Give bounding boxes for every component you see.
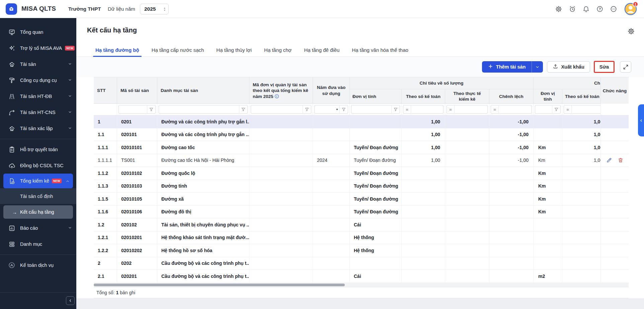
filter-box <box>118 105 156 114</box>
table-row[interactable]: 1.1.202010102Đường quốc lộTuyến/ Đoạn đư… <box>94 167 629 180</box>
notifications-bell-icon[interactable] <box>582 5 590 13</box>
user-avatar[interactable]: 1 <box>625 3 637 15</box>
more-options-icon[interactable] <box>610 5 618 13</box>
sidebar-collapse-button[interactable] <box>66 296 75 305</box>
sidebar-item[interactable]: Tài sản HT-CNS <box>0 104 76 120</box>
filter-input-book2[interactable] <box>572 105 604 113</box>
cell-unit_code <box>249 206 313 218</box>
table-row[interactable]: 1.2.202010202Hệ thống hồ sơ số hóaHệ thố… <box>94 244 629 257</box>
cell-year: 2024 <box>313 154 350 167</box>
cell-name: Đường tỉnh <box>157 180 249 193</box>
add-asset-dropdown-button[interactable] <box>532 61 543 73</box>
year-spinner-icon[interactable]: ▲▼ <box>164 7 166 11</box>
column-header[interactable]: STT <box>94 77 117 104</box>
table-row[interactable]: 20202Cầu đường bộ và các công trình phụ … <box>94 257 629 270</box>
table-row[interactable]: 1.2.102010201Hệ thống khảo sát tình trạn… <box>94 231 629 244</box>
tab-inactive[interactable]: Hạ tầng chợ <box>264 43 292 57</box>
sidebar-item[interactable]: Trợ lý số MISA AVANEW <box>0 40 76 56</box>
sidebar-item[interactable]: Tài sản HT-ĐB <box>0 88 76 104</box>
filter-funnel-icon[interactable] <box>147 107 155 112</box>
column-header[interactable]: Đơn vị tính <box>534 89 562 104</box>
filter-input-actual1[interactable] <box>455 105 487 113</box>
column-header[interactable]: Mã số tài sản <box>117 77 157 104</box>
filter-input-name[interactable] <box>159 105 239 113</box>
misa-qlts-logo-icon[interactable] <box>6 3 17 15</box>
equals-operator[interactable]: = <box>491 107 498 112</box>
sidebar-item-label: Công cụ dụng cụ <box>20 78 57 83</box>
filter-funnel-icon[interactable] <box>303 107 311 112</box>
cell-book1: 1,00 <box>402 115 445 128</box>
table-row[interactable]: 1.1.1.1TS001Đường cao tốc Hà Nội - Hải P… <box>94 154 629 167</box>
export-button[interactable]: Xuất khẩu <box>547 61 590 73</box>
filter-funnel-icon[interactable] <box>392 107 400 112</box>
filter-input-unit2[interactable] <box>535 105 552 113</box>
sidebar-item[interactable]: Tài sản xác lập <box>0 120 76 136</box>
expand-fullscreen-button[interactable] <box>620 61 631 73</box>
dashboard-icon <box>8 28 15 36</box>
help-icon[interactable]: ? <box>596 5 604 13</box>
filter-input-unit1[interactable] <box>351 105 391 113</box>
settings-gear-icon[interactable] <box>555 5 563 13</box>
sidebar-item[interactable]: Tài sản <box>0 56 76 72</box>
tab-active[interactable]: Hạ tầng đường bộ <box>95 43 139 57</box>
filter-funnel-icon[interactable] <box>239 107 247 112</box>
table-row[interactable]: 2.1020201Cầu đường bộ và các công trình … <box>94 270 629 283</box>
equals-operator[interactable]: = <box>403 107 411 112</box>
table-row[interactable]: 10201Đường và các công trình phụ trợ gắn… <box>94 115 629 128</box>
cell-unit_code <box>249 218 313 231</box>
column-header[interactable]: Đơn vị tính <box>350 89 402 104</box>
sidebar-item[interactable]: Công cụ dụng cụ <box>0 72 76 88</box>
sidebar-item[interactable]: Danh mục <box>0 236 76 252</box>
sidebar-item[interactable]: Đồng bộ CSDL TSC <box>0 158 76 174</box>
tab-inactive[interactable]: Hạ tầng văn hóa thể thao <box>352 43 408 57</box>
horizontal-scrollbar <box>94 283 629 287</box>
chevron-down-icon <box>68 125 72 131</box>
sidebar-item[interactable]: Tổng kiểm kêNEW <box>3 174 73 188</box>
page-settings-gear-icon[interactable] <box>627 27 635 35</box>
sidebar-subitem[interactable]: Tài sản cố định <box>0 188 76 204</box>
filter-input-year[interactable] <box>315 105 335 113</box>
filter-input-code[interactable] <box>119 105 147 113</box>
column-header[interactable]: Theo số kế toán <box>562 89 606 104</box>
add-asset-button[interactable]: Thêm tài sản <box>482 61 543 73</box>
cell-name: Hệ thống khảo sát tình trạng mặt đườ... <box>157 231 249 244</box>
sidebar-item[interactable]: Tổng quan <box>0 24 76 40</box>
tab-inactive[interactable]: Hạ tầng đê điều <box>304 43 339 57</box>
sidebar-item[interactable]: Hỗ trợ quyết toán <box>0 141 76 158</box>
delete-trash-icon[interactable] <box>617 157 624 164</box>
right-panel-toggle[interactable] <box>638 104 644 136</box>
dropdown-caret-icon[interactable]: ▼ <box>335 108 339 111</box>
edit-pencil-icon[interactable] <box>606 157 612 164</box>
column-header[interactable]: Theo thực tế kiểm kê <box>445 89 489 104</box>
table-row[interactable]: 1.1.302010103Đường tỉnhTuyến/ Đoạn đường… <box>94 180 629 193</box>
table-row[interactable]: 1.1020101Đường và các công trình phụ trợ… <box>94 128 629 141</box>
tab-inactive[interactable]: Hạ tầng cấp nước sạch <box>152 43 204 57</box>
equals-operator[interactable]: = <box>447 107 454 112</box>
filter-input-book1[interactable] <box>411 105 443 113</box>
sidebar-item[interactable]: Kế toán dịch vụ <box>0 257 76 273</box>
sidebar-item[interactable]: Báo cáo <box>0 220 76 236</box>
sidebar-item-label: Báo cáo <box>20 225 38 231</box>
filter-funnel-icon[interactable] <box>340 107 348 112</box>
cell-book2 <box>562 270 606 283</box>
sidebar-subitem[interactable]: →Kết cấu hạ tầng <box>3 205 73 219</box>
table-row[interactable]: 1.1.102010101Đường cao tốcTuyến/ Đoạn đư… <box>94 141 629 154</box>
filter-input-diff1[interactable] <box>499 105 532 113</box>
tab-inactive[interactable]: Hạ tầng thủy lợi <box>216 43 252 57</box>
horizontal-scrollbar-thumb[interactable] <box>94 284 345 286</box>
filter-funnel-icon[interactable] <box>552 107 560 112</box>
table-row[interactable]: 1.1.502010105Đường xãTuyến/ Đoạn đườngKm <box>94 193 629 206</box>
column-header[interactable]: Theo số kế toán <box>402 89 445 104</box>
column-header[interactable]: Danh mục tài sản <box>157 77 249 104</box>
table-row[interactable]: 1.2020102Tài sản, thiết bị chuyên dùng p… <box>94 218 629 231</box>
cell-code: 0201 <box>117 115 157 128</box>
equals-operator[interactable]: = <box>564 107 571 112</box>
column-header[interactable]: Mã đơn vị quản lý tài sản theo kết quả t… <box>249 77 313 104</box>
year-select[interactable]: 2025 ▲▼ <box>140 4 169 14</box>
column-header[interactable]: Chênh lệch <box>489 89 534 104</box>
column-header[interactable]: Năm đưa vào sử dụng <box>313 77 350 104</box>
table-row[interactable]: 1.1.602010106Đường đô thịTuyến/ Đoạn đườ… <box>94 206 629 219</box>
alarm-clock-icon[interactable] <box>568 5 576 13</box>
filter-input-unit_code[interactable] <box>251 105 303 113</box>
edit-button-highlighted[interactable]: Sửa <box>594 61 615 73</box>
